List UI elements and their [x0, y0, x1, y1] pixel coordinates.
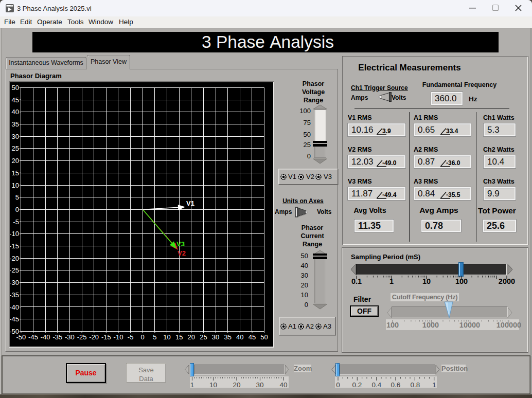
svg-text:3.9: 3.9: [382, 128, 391, 135]
svg-text:5: 5: [153, 333, 156, 341]
svg-text:-5: -5: [128, 333, 134, 341]
svg-text:25: 25: [200, 333, 207, 341]
svg-text:5: 5: [15, 193, 19, 201]
svg-text:30: 30: [11, 133, 19, 140]
svg-text:-40: -40: [41, 333, 50, 341]
svg-text:-25: -25: [77, 333, 87, 341]
svg-text:-15: -15: [10, 242, 19, 250]
svg-text:-50: -50: [16, 333, 26, 341]
svg-text:45: 45: [11, 96, 19, 104]
svg-text:10: 10: [163, 333, 170, 341]
svg-text:15: 15: [11, 169, 19, 177]
svg-text:25: 25: [11, 144, 19, 152]
svg-text:20: 20: [188, 333, 195, 341]
svg-text:-30: -30: [10, 279, 19, 286]
svg-text:35: 35: [11, 120, 19, 128]
svg-text:0: 0: [15, 206, 19, 213]
svg-text:V3: V3: [176, 240, 185, 248]
svg-text:20: 20: [11, 157, 19, 165]
svg-text:-45: -45: [10, 315, 19, 323]
svg-text:-35: -35: [10, 291, 19, 299]
svg-text:-35.5: -35.5: [446, 191, 460, 198]
svg-text:40: 40: [11, 108, 19, 116]
svg-text:50: 50: [260, 333, 268, 341]
svg-text:-49.4: -49.4: [382, 191, 397, 198]
svg-text:-49.0: -49.0: [382, 159, 397, 167]
svg-text:40: 40: [236, 333, 243, 341]
svg-text:0: 0: [141, 333, 145, 341]
svg-text:-30: -30: [65, 333, 75, 341]
svg-text:30: 30: [212, 333, 219, 341]
svg-text:50: 50: [11, 84, 19, 92]
svg-text:45: 45: [249, 333, 256, 341]
svg-text:-10: -10: [10, 230, 19, 238]
svg-text:-5: -5: [13, 218, 19, 226]
svg-text:-20: -20: [89, 333, 99, 341]
svg-text:-20: -20: [10, 255, 19, 262]
svg-text:-15: -15: [101, 333, 111, 341]
svg-text:V2: V2: [178, 249, 186, 257]
svg-text:-10: -10: [114, 333, 123, 341]
svg-text:V1: V1: [186, 200, 194, 207]
svg-text:-35: -35: [52, 333, 62, 341]
svg-text:-25: -25: [10, 266, 19, 274]
svg-text:-36.0: -36.0: [446, 159, 460, 167]
svg-text:15: 15: [175, 333, 183, 341]
svg-text:10: 10: [11, 182, 19, 189]
svg-text:-40: -40: [10, 303, 19, 311]
svg-text:-45: -45: [28, 333, 38, 341]
svg-text:33.4: 33.4: [446, 128, 458, 135]
svg-text:35: 35: [224, 333, 231, 341]
